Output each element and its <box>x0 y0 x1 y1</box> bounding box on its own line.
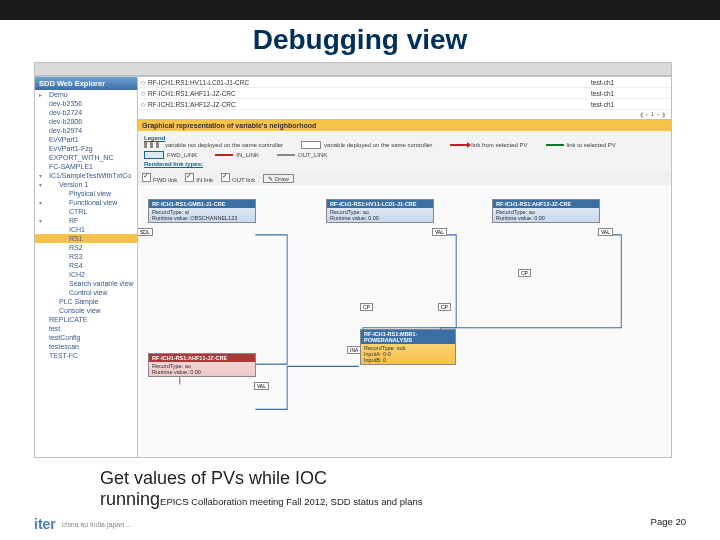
tree-item[interactable]: testConfig <box>35 333 137 342</box>
tree-item[interactable]: Console view <box>35 306 137 315</box>
tree-item[interactable]: EvVPart1 <box>35 135 137 144</box>
tree-item[interactable]: RS3 <box>35 252 137 261</box>
record-node[interactable]: RF-ICH1-RS1:HV11-LC01-J1-CRE RecordType:… <box>326 199 434 223</box>
footer: iter china eu india japan ... Page 20 <box>34 516 686 532</box>
pager-btn[interactable]: 1 <box>651 111 654 118</box>
tree-item[interactable]: Version 1 <box>35 180 137 189</box>
val-port: VAL <box>598 228 613 236</box>
tree-item[interactable]: TEST-FC <box>35 351 137 360</box>
tree-item[interactable]: dev-b2974 <box>35 126 137 135</box>
legend: Legend variable not deployed on the same… <box>138 131 671 171</box>
record-node[interactable]: RF-ICH1-RS1:GMB1-J1-CRE RecordType: aiRu… <box>148 199 256 223</box>
variable-table: ○RF-ICH1:RS1:HV11-LC01-J1-CRCtest-ch1○RF… <box>138 77 671 120</box>
tree-item[interactable]: Physical view <box>35 189 137 198</box>
val-port: VAL <box>432 228 447 236</box>
tree-item[interactable]: PLC Sample <box>35 297 137 306</box>
tree-item[interactable]: testescan <box>35 342 137 351</box>
graph-canvas[interactable]: RF-ICH1-RS1:GMB1-J1-CRE RecordType: aiRu… <box>138 185 671 457</box>
draw-button[interactable]: ✎ Draw <box>263 174 294 183</box>
pager-btn[interactable]: ‹ <box>646 111 648 118</box>
tree-item[interactable]: ICH1 <box>35 225 137 234</box>
val-port: VAL <box>254 382 269 390</box>
section-header: Graphical representation of variable's n… <box>138 120 671 131</box>
tree-item[interactable]: test <box>35 324 137 333</box>
iter-logo: iter <box>34 516 56 532</box>
fwd-link-checkbox[interactable]: FWD link <box>142 173 177 183</box>
tree-item[interactable]: dev-b2356 <box>35 99 137 108</box>
rendered-link-types-title: Rendered link types: <box>144 161 665 167</box>
tree-item[interactable]: CTRL <box>35 207 137 216</box>
cp-port: CP <box>518 269 531 277</box>
tree-item[interactable]: Control view <box>35 288 137 297</box>
in-link-checkbox[interactable]: IN link <box>185 173 213 183</box>
tree-item[interactable]: RS2 <box>35 243 137 252</box>
tree-item[interactable]: RS4 <box>35 261 137 270</box>
pager[interactable]: ⟪‹1›⟫ <box>138 110 671 119</box>
app-window: SDD Web Explorer Demodev-b2356dev-b2724d… <box>34 76 672 458</box>
cp-port: CP <box>438 303 451 311</box>
pager-btn[interactable]: ⟪ <box>640 111 643 118</box>
tree-item[interactable]: Search variable view <box>35 279 137 288</box>
record-node[interactable]: RF-ICH1-RS1:AHF12-JZ-CRE RecordType: aoR… <box>492 199 600 223</box>
record-node-subroutine[interactable]: RF-ICH1-RS1:MBR1-POWERANALYSIS RecordTyp… <box>360 329 456 365</box>
table-row[interactable]: ○RF-ICH1:RS1:HV11-LC01-J1-CRCtest-ch1 <box>138 77 671 88</box>
tree-item[interactable]: EvVPart1-Fzg <box>35 144 137 153</box>
sidebar-header: SDD Web Explorer <box>35 77 137 90</box>
link-type-options: FWD link IN link OUT link ✎ Draw <box>138 171 671 185</box>
page-number: Page 20 <box>651 516 686 532</box>
tree-item[interactable]: REPLICATE <box>35 315 137 324</box>
tree-item[interactable]: FC-SAMPLE1 <box>35 162 137 171</box>
sdl-port: SDL <box>138 228 153 236</box>
tree-item[interactable]: dev-b2724 <box>35 108 137 117</box>
slide-caption: Get values of PVs while IOC runningEPICS… <box>100 468 423 510</box>
tree-item[interactable]: EXPORT_WITH_NC <box>35 153 137 162</box>
tree-item[interactable]: Functional view <box>35 198 137 207</box>
tree-item[interactable]: Demo <box>35 90 137 99</box>
pager-btn[interactable]: › <box>657 111 659 118</box>
out-link-checkbox[interactable]: OUT link <box>221 173 255 183</box>
ina-port: INA <box>347 346 361 354</box>
record-node-selected[interactable]: RF-ICH1-RS1:AHF11-JZ-CRE RecordType: aoR… <box>148 353 256 377</box>
tree-item[interactable]: IC1/SampleTestWithTxtCo <box>35 171 137 180</box>
pager-btn[interactable]: ⟫ <box>662 111 665 118</box>
tree-item[interactable]: RF <box>35 216 137 225</box>
browser-toolbar <box>34 62 672 76</box>
page-title: Debugging view <box>0 20 720 62</box>
tree-item[interactable]: ICH2 <box>35 270 137 279</box>
cp-port: CP <box>360 303 373 311</box>
tree-item[interactable]: RS1 <box>35 234 137 243</box>
footer-mid: EPICS Collaboration meeting Fall 2012, S… <box>160 496 422 507</box>
table-row[interactable]: ○RF-ICH1:RS1:AHF11-JZ-CRCtest-ch1 <box>138 88 671 99</box>
tree[interactable]: Demodev-b2356dev-b2724dev-b2806dev-b2974… <box>35 90 137 360</box>
table-row[interactable]: ○RF-ICH1:RS1:AHF12-JZ-CRCtest-ch1 <box>138 99 671 110</box>
tree-item[interactable]: dev-b2806 <box>35 117 137 126</box>
partner-flags: china eu india japan ... <box>62 521 132 528</box>
sidebar: SDD Web Explorer Demodev-b2356dev-b2724d… <box>35 77 138 457</box>
